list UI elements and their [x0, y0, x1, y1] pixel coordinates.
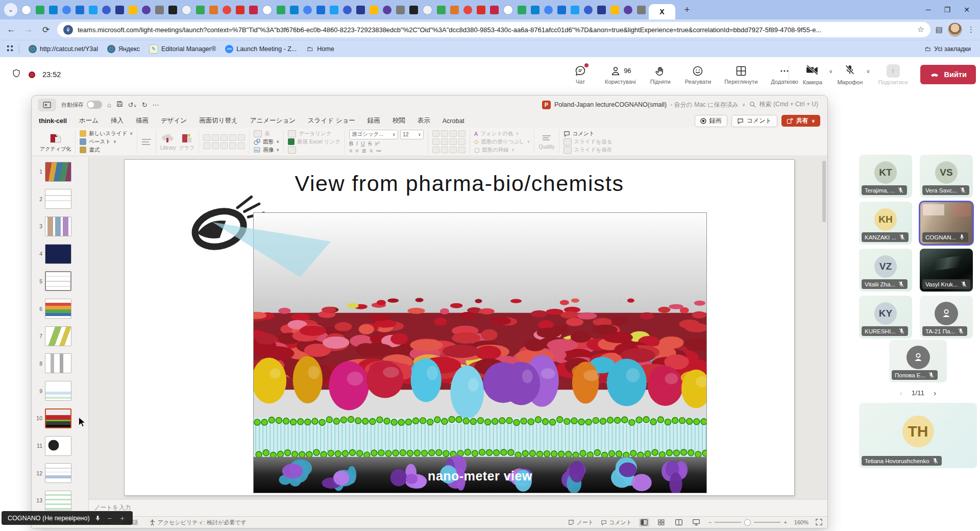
pinned-tab-favicon[interactable]: [262, 5, 272, 15]
quality-button[interactable]: Quality: [538, 134, 554, 150]
font-size-select[interactable]: 12∨: [400, 130, 424, 139]
pinned-tab-favicon[interactable]: [490, 6, 499, 14]
slide-thumbnail-4[interactable]: [45, 244, 71, 264]
ppt-tab-2[interactable]: 挿入: [111, 116, 124, 125]
meeting-action-chat[interactable]: Чат: [569, 65, 592, 85]
ppt-tab-3[interactable]: 描画: [136, 116, 149, 125]
slide-thumbnail-7[interactable]: [45, 326, 71, 346]
slide-thumbnail-13[interactable]: [45, 491, 71, 511]
pinned-tab-favicon[interactable]: [637, 6, 646, 14]
thinkcell-library-button[interactable]: Library: [160, 133, 176, 151]
slide-thumbnail-9[interactable]: [45, 381, 71, 401]
current-slide[interactable]: View from pharma-bio/chemists: [124, 159, 795, 496]
fit-slide-icon[interactable]: [816, 519, 822, 526]
zoom-knob[interactable]: [744, 519, 751, 526]
pinned-tab-favicon[interactable]: [503, 5, 513, 15]
meeting-action-grid[interactable]: Переглянути: [724, 65, 757, 85]
pinned-tab-favicon[interactable]: [316, 6, 325, 14]
zoom-slider[interactable]: − +: [708, 519, 787, 526]
pinned-tab-favicon[interactable]: [168, 6, 177, 14]
bookmark-item[interactable]: 🗀Home: [302, 43, 338, 55]
excel-link-button[interactable]: 新規 Excel リンク: [288, 138, 340, 146]
pinned-tab-favicon[interactable]: [477, 6, 485, 14]
pager-prev-icon[interactable]: ‹: [900, 389, 902, 397]
window-close-button[interactable]: ✕: [964, 6, 970, 14]
pinned-tab-favicon[interactable]: [557, 6, 566, 14]
slide-thumbnail-6[interactable]: [45, 299, 71, 319]
pinned-tab-favicon[interactable]: [383, 6, 391, 14]
paragraph-buttons[interactable]: ≡≡≣≡≔: [349, 148, 424, 154]
font-color-button[interactable]: Aフォントの色∨: [474, 130, 530, 137]
bookmark-star-icon[interactable]: ☆: [917, 25, 924, 34]
pinned-tab-favicon[interactable]: [49, 6, 58, 14]
participant-tile[interactable]: TA-21 Па...: [920, 296, 973, 339]
pinned-tab-favicon[interactable]: [610, 6, 619, 14]
slideshow-view-button[interactable]: [691, 518, 701, 527]
participant-tile-spotlight[interactable]: THTetiana Hovorushchenko: [859, 403, 977, 468]
pinned-tab-favicon[interactable]: [249, 6, 258, 14]
participant-tile[interactable]: KHKANZAKI ...: [859, 202, 912, 245]
slide-thumbnail-5[interactable]: [45, 271, 71, 291]
pinned-tab-favicon[interactable]: [129, 6, 137, 14]
comments-button[interactable]: コメント: [731, 115, 777, 127]
bookmark-item[interactable]: 🌐http://catcut.net/Y3al: [24, 43, 102, 55]
participant-tile[interactable]: KYKURESHI...: [859, 296, 912, 339]
picture-button[interactable]: 画像∨: [254, 147, 279, 154]
participant-tile[interactable]: KTTerajima, ...: [859, 155, 912, 198]
pinned-tab-favicon[interactable]: [62, 6, 71, 14]
forward-button[interactable]: →: [22, 25, 35, 35]
shape-outline-button[interactable]: ▢図形の枠線∨: [474, 147, 530, 154]
camera-button[interactable]: Камера: [799, 64, 826, 85]
profile-avatar[interactable]: [948, 22, 962, 37]
ppt-tab-think-cell[interactable]: think-cell: [39, 117, 67, 125]
paste-button[interactable]: ペースト∨: [80, 138, 133, 146]
meeting-action-people[interactable]: 96Користувачі: [605, 65, 636, 85]
titlebar-app-button[interactable]: [38, 99, 56, 111]
outline-button[interactable]: [141, 138, 152, 146]
normal-view-button[interactable]: [639, 518, 649, 527]
ppt-tab-1[interactable]: ホーム: [79, 116, 99, 125]
ppt-share-button[interactable]: 共有 ∨: [781, 115, 820, 127]
apps-grid-icon[interactable]: [6, 44, 14, 54]
site-info-icon[interactable]: [63, 25, 73, 35]
record-button[interactable]: 録画: [695, 115, 727, 127]
participant-tile[interactable]: Попова Е...: [889, 340, 947, 382]
table-button[interactable]: 表: [254, 130, 279, 137]
slide-thumbnail-3[interactable]: [45, 216, 71, 236]
pinned-tab-favicon[interactable]: [236, 6, 244, 14]
pinned-tab-favicon[interactable]: [396, 6, 405, 14]
tab-search-icon[interactable]: ⌄: [4, 3, 17, 16]
thinkcell-activate-button[interactable]: アクティブ化: [40, 132, 71, 152]
notes-input[interactable]: ノートを入力: [89, 499, 827, 516]
ppt-tab-11[interactable]: Acrobat: [443, 117, 464, 125]
pinned-tab-favicon[interactable]: [531, 6, 540, 14]
reading-view-button[interactable]: [674, 518, 684, 527]
bookmark-item[interactable]: ✎Editorial Manager®: [145, 43, 220, 55]
slide-thumbnail-2[interactable]: [45, 189, 71, 209]
slide-thumbnail-1[interactable]: [45, 162, 71, 182]
leave-meeting-button[interactable]: Вийти: [920, 65, 976, 84]
side-panel-icon[interactable]: ▤: [936, 25, 943, 34]
camera-options-chevron-icon[interactable]: ∨: [829, 68, 832, 74]
pinned-tab-favicon[interactable]: [330, 6, 338, 14]
ppt-tab-6[interactable]: アニメーション: [250, 116, 296, 125]
ppt-tab-7[interactable]: スライド ショー: [308, 116, 355, 125]
slide-thumbnail-10[interactable]: [45, 408, 71, 428]
titlebar-more-icon[interactable]: ⋯: [153, 101, 159, 109]
pinned-tab-favicon[interactable]: [584, 6, 593, 14]
ppt-tab-10[interactable]: 表示: [418, 116, 430, 125]
pinned-tab-favicon[interactable]: [450, 6, 459, 14]
ppt-tab-4[interactable]: デザイン: [161, 116, 187, 125]
ppt-tab-5[interactable]: 画面切り替え: [199, 116, 238, 125]
pinned-tab-favicon[interactable]: [463, 6, 472, 14]
ppt-search-box[interactable]: 検索 (Cmd + Ctrl + U): [749, 100, 818, 109]
new-tab-button[interactable]: +: [680, 5, 694, 15]
pinned-tab-favicon[interactable]: [209, 6, 218, 14]
undo-icon[interactable]: ↺∨: [128, 101, 137, 109]
meeting-action-smile[interactable]: Реагувати: [685, 65, 711, 85]
pinned-tab-favicon[interactable]: [277, 6, 285, 14]
notes-toggle-button[interactable]: ノート: [568, 519, 594, 526]
all-bookmarks-button[interactable]: 🗀 Усі закладки: [925, 45, 974, 53]
title-chevron-icon[interactable]: ∨: [742, 102, 746, 107]
participant-tile[interactable]: Vasyl Kruk...: [920, 249, 973, 292]
